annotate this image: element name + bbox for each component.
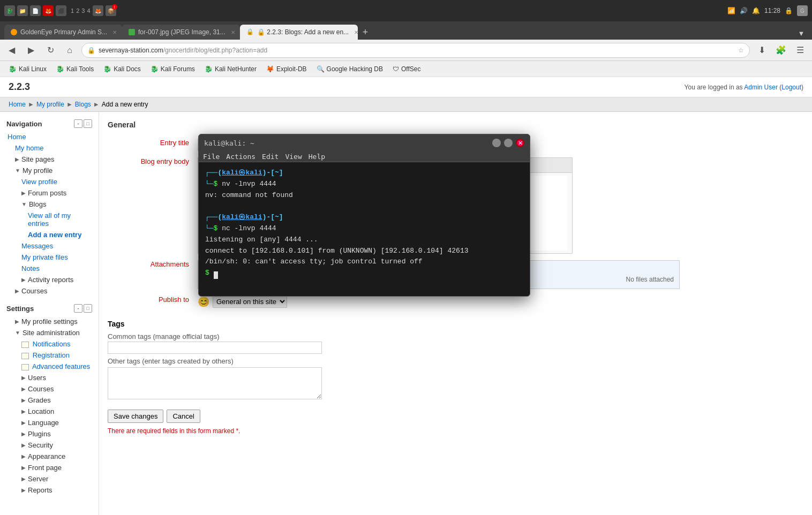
attachments-label: Attachments — [108, 257, 193, 292]
terminal-body[interactable]: ┌──(kali㉿kali)-[~] └─$ nv -lnvp 4444 nv:… — [199, 162, 530, 296]
app-icon-3[interactable]: 📄 — [30, 5, 41, 16]
ws-4[interactable]: 4 — [87, 7, 90, 14]
app-icon-2[interactable]: 📁 — [17, 5, 28, 16]
sidebar-users[interactable]: ▶ Users — [0, 372, 99, 383]
sys-user-icon[interactable]: G — [797, 5, 808, 16]
tab-1-close[interactable]: ✕ — [112, 29, 117, 35]
sidebar-registration[interactable]: Registration — [0, 350, 99, 361]
tab-2[interactable]: for-007.jpg (JPEG Image, 31... ✕ — [122, 25, 240, 40]
tab-list-button[interactable]: ▼ — [795, 27, 808, 40]
sidebar-site-pages[interactable]: ▶ Site pages — [0, 154, 99, 165]
sidebar-activity-reports[interactable]: ▶ Activity reports — [0, 274, 99, 285]
terminal-maximize-button[interactable] — [504, 139, 513, 147]
sidebar-profile-settings[interactable]: ▶ My profile settings — [0, 316, 99, 327]
sidebar-home[interactable]: Home — [0, 131, 99, 142]
app-icon-5[interactable]: ⬛ — [56, 5, 66, 16]
terminal-menu-file[interactable]: File — [203, 153, 220, 161]
term-line-4: ┌──(kali㉿kali)-[~] — [205, 212, 523, 223]
user-link[interactable]: Admin User — [744, 84, 778, 91]
home-button[interactable]: ⌂ — [62, 43, 77, 58]
tab-1[interactable]: GoldenEye Primary Admin S... ✕ — [4, 25, 122, 40]
bookmark-kali-docs[interactable]: 🐉 Kali Docs — [99, 64, 145, 74]
url-bar[interactable]: 🔒 severnaya-station.com/gnocertdir/blog/… — [81, 43, 750, 58]
breadcrumb-home[interactable]: Home — [9, 101, 26, 108]
terminal-menu-help[interactable]: Help — [309, 153, 325, 161]
sidebar-front-page[interactable]: ▶ Front page — [0, 462, 99, 473]
nav-section-header: Navigation - □ — [0, 116, 99, 131]
sidebar-private-files[interactable]: My private files — [0, 252, 99, 263]
app-icon-ff[interactable]: 🦊 — [93, 5, 103, 16]
logout-link[interactable]: Logout — [781, 84, 801, 91]
breadcrumb-blogs[interactable]: Blogs — [75, 101, 91, 108]
sidebar-view-profile[interactable]: View profile — [0, 176, 99, 187]
sidebar-messages[interactable]: Messages — [0, 240, 99, 252]
bookmark-offsec[interactable]: 🛡 OffSec — [388, 64, 425, 74]
app-icon-1[interactable]: 🐉 — [4, 5, 15, 16]
bookmark-star[interactable]: ☆ — [738, 47, 744, 54]
settings-expand-icon[interactable]: □ — [84, 304, 92, 313]
new-tab-button[interactable]: + — [358, 25, 373, 40]
sidebar-advanced-features[interactable]: Advanced features — [0, 361, 99, 372]
bookmark-kali-linux[interactable]: 🐉 Kali Linux — [4, 64, 51, 74]
tab-2-close[interactable]: ✕ — [231, 29, 235, 35]
other-tags-textarea[interactable] — [108, 367, 322, 399]
app-icon-pkg[interactable]: 📦! — [106, 5, 116, 16]
sidebar-location[interactable]: ▶ Location — [0, 406, 99, 417]
breadcrumb-profile[interactable]: My profile — [36, 101, 64, 108]
settings-collapse-icon[interactable]: - — [74, 304, 82, 313]
sidebar-notifications[interactable]: Notifications — [0, 338, 99, 350]
sidebar-my-home[interactable]: My home — [0, 142, 99, 154]
sidebar-reports[interactable]: ▶ Reports — [0, 484, 99, 496]
tab-3[interactable]: 🔒 🔒 2.2.3: Blogs: Add a new en... ✕ — [240, 25, 358, 40]
adv-page-icon — [21, 364, 29, 370]
bookmark-exploitdb[interactable]: 🦊 Exploit-DB — [262, 64, 311, 74]
sidebar-server[interactable]: ▶ Server — [0, 473, 99, 484]
sidebar-security[interactable]: ▶ Security — [0, 440, 99, 451]
sidebar-site-admin[interactable]: ▼ Site administration — [0, 327, 99, 338]
bookmark-ghdb[interactable]: 🔍 Google Hacking DB — [312, 64, 387, 74]
sidebar-language[interactable]: ▶ Language — [0, 417, 99, 428]
forward-button[interactable]: ▶ — [24, 43, 39, 58]
browser-top-bar: 🐉 📁 📄 🦊 ⬛ 1 2 3 4 🦊 📦! 📶 🔊 🔔 11:28 🔒 G — [0, 0, 812, 21]
downloads-button[interactable]: ⬇ — [754, 43, 769, 58]
sidebar-courses[interactable]: ▶ Courses — [0, 285, 99, 297]
sidebar-notes[interactable]: Notes — [0, 263, 99, 274]
sidebar-courses-admin[interactable]: ▶ Courses — [0, 383, 99, 395]
tab-2-favicon — [129, 29, 135, 35]
nav-expand-icon[interactable]: □ — [84, 119, 92, 128]
nav-collapse-icon[interactable]: - — [74, 119, 82, 128]
sidebar-plugins[interactable]: ▶ Plugins — [0, 428, 99, 440]
bookmark-nethunter[interactable]: 🐉 Kali NetHunter — [200, 64, 261, 74]
app-icon-4[interactable]: 🦊 — [43, 5, 54, 16]
terminal-minimize-button[interactable] — [492, 139, 501, 147]
extensions-button[interactable]: 🧩 — [773, 43, 788, 58]
sidebar-blogs[interactable]: ▼ Blogs — [0, 199, 99, 210]
tags-section: Tags Common tags (manage official tags) … — [108, 320, 803, 401]
publish-select[interactable]: General on this site — [213, 296, 287, 308]
common-tags-input[interactable] — [108, 342, 322, 354]
sidebar-view-entries[interactable]: View all of my entries — [0, 210, 99, 229]
reload-button[interactable]: ↻ — [43, 43, 58, 58]
terminal-window: kali@kali: ~ ✕ File Actions Edit View He… — [198, 134, 530, 297]
cancel-button[interactable]: Cancel — [167, 410, 200, 423]
ws-2[interactable]: 2 — [76, 7, 79, 14]
sidebar-appearance[interactable]: ▶ Appearance — [0, 451, 99, 462]
terminal-menu-view[interactable]: View — [285, 153, 302, 161]
sidebar-add-entry[interactable]: Add a new entry — [0, 229, 99, 240]
terminal-menu-actions[interactable]: Actions — [226, 153, 255, 161]
menu-button[interactable]: ☰ — [793, 43, 808, 58]
tab-1-favicon — [11, 29, 17, 35]
save-button[interactable]: Save changes — [108, 410, 163, 423]
bookmark-kali-forums[interactable]: 🐉 Kali Forums — [146, 64, 199, 74]
terminal-menu-edit[interactable]: Edit — [262, 153, 279, 161]
tab-3-close[interactable]: ✕ — [354, 29, 358, 35]
ws-3[interactable]: 3 — [81, 7, 85, 14]
bookmark-kali-tools[interactable]: 🐉 Kali Tools — [52, 64, 98, 74]
sidebar-my-profile[interactable]: ▼ My profile — [0, 165, 99, 176]
back-button[interactable]: ◀ — [4, 43, 19, 58]
sidebar-forum-posts[interactable]: ▶ Forum posts — [0, 187, 99, 199]
terminal-close-button[interactable]: ✕ — [516, 139, 524, 147]
term-line-blank — [205, 201, 523, 212]
terminal-window-buttons: ✕ — [492, 139, 524, 147]
sidebar-grades[interactable]: ▶ Grades — [0, 395, 99, 406]
